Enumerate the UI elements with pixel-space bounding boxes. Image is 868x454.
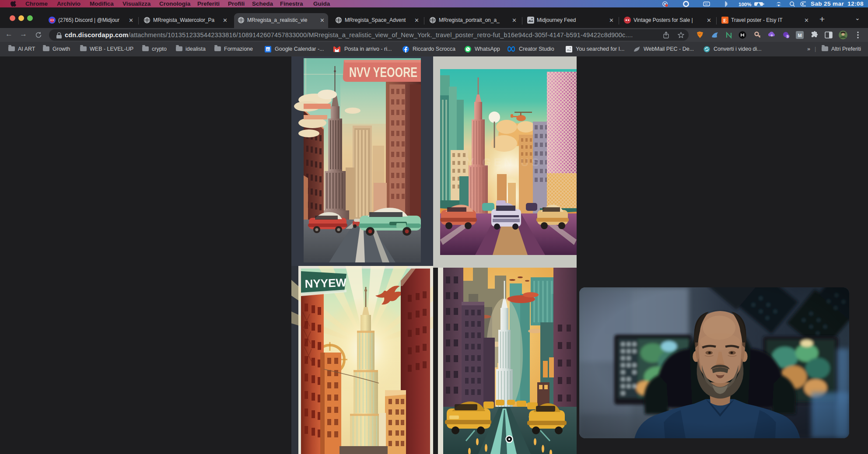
svg-text:E: E bbox=[723, 17, 727, 24]
svg-text:100%: 100% bbox=[738, 2, 751, 7]
svg-text:NYYEW: NYYEW bbox=[304, 276, 347, 290]
svg-text:Y GENIUS: Y GENIUS bbox=[466, 156, 542, 169]
svg-text:NVV YEOORE: NVV YEOORE bbox=[349, 65, 417, 80]
svg-text:31: 31 bbox=[266, 48, 270, 52]
svg-text:5: 5 bbox=[787, 35, 788, 38]
svg-text:M: M bbox=[798, 33, 802, 38]
